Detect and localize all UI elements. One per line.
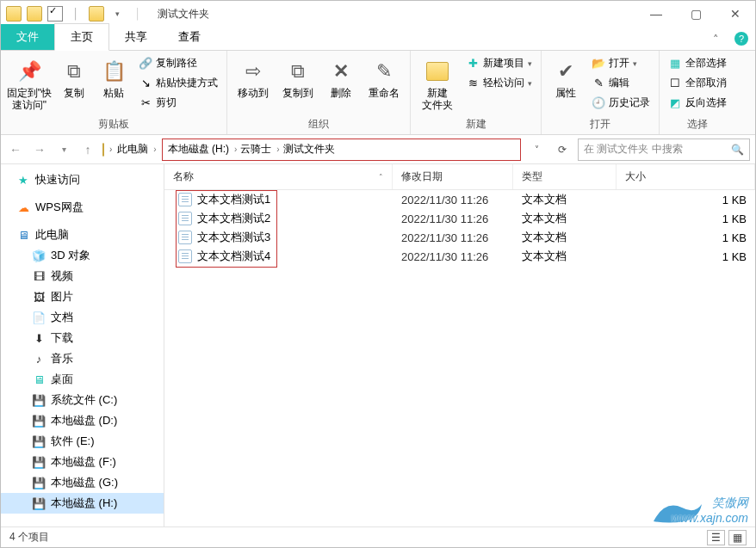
- paste-button[interactable]: 📋 粘贴: [96, 54, 132, 99]
- view-toggle[interactable]: ☰ ▦: [707, 530, 747, 545]
- select-all-button[interactable]: ▦全部选择: [665, 54, 730, 72]
- chevron-right-icon[interactable]: ›: [109, 145, 112, 154]
- nav-up-button[interactable]: ↑: [78, 140, 97, 159]
- details-view-icon[interactable]: ☰: [707, 530, 725, 545]
- address-row: ← → ▾ ↑ › 此电脑› 本地磁盘 (H:)› 云骑士› 测试文件夹 ˅ ⟳…: [1, 135, 755, 164]
- move-to-button[interactable]: ⇨ 移动到: [232, 54, 274, 99]
- help-icon[interactable]: ?: [733, 30, 750, 47]
- tab-home[interactable]: 主页: [54, 23, 109, 51]
- tab-share[interactable]: 共享: [109, 24, 163, 50]
- column-headers[interactable]: 名称˄ 修改日期 类型 大小: [164, 164, 755, 190]
- ribbon-group-select: ▦全部选择 ☐全部取消 ◩反向选择 选择: [660, 51, 735, 134]
- sidebar-item[interactable]: ⬇下载: [1, 328, 164, 348]
- copyto-icon: ⧉: [284, 58, 312, 85]
- history-icon: 🕘: [592, 96, 605, 110]
- text-file-icon: [178, 249, 192, 263]
- breadcrumb-p3[interactable]: 测试文件夹: [283, 142, 335, 157]
- file-row[interactable]: 文本文档测试22022/11/30 11:26文本文档1 KB: [164, 209, 755, 228]
- sidebar-item[interactable]: 💾软件 (E:): [1, 431, 164, 452]
- minimize-button[interactable]: —: [636, 1, 676, 27]
- nav-back-button[interactable]: ←: [6, 140, 25, 159]
- invert-selection-button[interactable]: ◩反向选择: [665, 94, 730, 112]
- sidebar-item[interactable]: ♪音乐: [1, 348, 164, 369]
- address-dropdown[interactable]: ˅: [526, 139, 547, 160]
- folder-icon: [6, 6, 22, 22]
- qat-checkbox[interactable]: [47, 6, 63, 22]
- sidebar-item[interactable]: 🖥桌面: [1, 369, 164, 390]
- sidebar-this-pc[interactable]: 🖥此电脑: [1, 225, 164, 245]
- breadcrumb-p1[interactable]: 本地磁盘 (H:)›: [168, 142, 238, 157]
- new-item-button[interactable]: ✚新建项目▾: [462, 54, 536, 72]
- close-button[interactable]: ✕: [716, 1, 755, 27]
- rename-button[interactable]: ✎ 重命名: [363, 54, 405, 99]
- select-none-button[interactable]: ☐全部取消: [665, 74, 730, 92]
- tiles-view-icon[interactable]: ▦: [728, 530, 747, 545]
- pin-quickaccess-button[interactable]: 📌 固定到"快 速访问": [6, 54, 53, 111]
- history-button[interactable]: 🕘历史记录: [588, 94, 654, 112]
- drive-icon: 💾: [32, 476, 46, 490]
- drive-icon: 🎞: [32, 269, 46, 283]
- search-icon: 🔍: [731, 144, 744, 156]
- sidebar-item[interactable]: 💾本地磁盘 (F:): [1, 452, 164, 472]
- status-text: 4 个项目: [9, 530, 49, 545]
- copy-button[interactable]: ⧉ 复制: [56, 54, 92, 99]
- qat-folder-icon: [89, 6, 104, 22]
- maximize-button[interactable]: ▢: [676, 1, 716, 27]
- drive-icon: 🧊: [32, 249, 46, 262]
- breadcrumb-p2[interactable]: 云骑士›: [240, 142, 279, 157]
- easy-access-button[interactable]: ≋轻松访问▾: [462, 74, 536, 92]
- sidebar-item[interactable]: 💾系统文件 (C:): [1, 390, 164, 410]
- nav-pane[interactable]: ★快速访问 ☁WPS网盘 🖥此电脑 🧊3D 对象🎞视频🖼图片📄文档⬇下载♪音乐🖥…: [1, 164, 164, 526]
- file-row[interactable]: 文本文档测试12022/11/30 11:26文本文档1 KB: [164, 190, 755, 209]
- sidebar-quick-access[interactable]: ★快速访问: [1, 169, 164, 190]
- copy-to-button[interactable]: ⧉ 复制到: [277, 54, 319, 99]
- file-row[interactable]: 文本文档测试42022/11/30 11:26文本文档1 KB: [164, 247, 755, 266]
- select-none-icon: ☐: [668, 77, 682, 90]
- search-box[interactable]: 在 测试文件夹 中搜索 🔍: [578, 139, 750, 161]
- col-date[interactable]: 修改日期: [393, 164, 513, 189]
- sidebar-item[interactable]: 📄文档: [1, 307, 164, 328]
- cut-button[interactable]: ✂剪切: [135, 94, 221, 112]
- open-button[interactable]: 📂打开▾: [588, 54, 654, 72]
- breadcrumb-root[interactable]: 此电脑›: [117, 142, 156, 157]
- move-icon: ⇨: [239, 58, 267, 85]
- refresh-button[interactable]: ⟳: [552, 139, 573, 160]
- sidebar-item[interactable]: 💾本地磁盘 (H:): [1, 493, 164, 514]
- col-name[interactable]: 名称˄: [164, 164, 393, 189]
- qat-new-folder-icon[interactable]: [27, 6, 42, 22]
- ribbon-group-open: ✔ 属性 📂打开▾ ✎编辑 🕘历史记录 打开: [542, 51, 660, 134]
- rename-icon: ✎: [370, 58, 398, 85]
- tab-view[interactable]: 查看: [163, 24, 216, 50]
- easy-access-icon: ≋: [466, 77, 480, 90]
- address-bar[interactable]: 本地磁盘 (H:)› 云骑士› 测试文件夹: [162, 139, 521, 161]
- file-row[interactable]: 文本文档测试32022/11/30 11:26文本文档1 KB: [164, 228, 755, 247]
- edit-button[interactable]: ✎编辑: [588, 74, 654, 92]
- col-size[interactable]: 大小: [617, 164, 755, 189]
- tab-file[interactable]: 文件: [1, 24, 54, 50]
- qat-dropdown-icon[interactable]: ▾: [109, 6, 125, 22]
- star-icon: ★: [16, 173, 30, 187]
- sidebar-item[interactable]: 💾本地磁盘 (G:): [1, 472, 164, 493]
- col-type[interactable]: 类型: [513, 164, 617, 189]
- nav-recent-dropdown[interactable]: ▾: [54, 140, 73, 159]
- group-label-select: 选择: [660, 115, 735, 134]
- qat-divider: │: [130, 6, 146, 22]
- addressbar-folder-icon: [102, 144, 104, 156]
- explorer-window: │ ▾ │ 测试文件夹 — ▢ ✕ 文件 主页 共享 查看 ˄ ? 📌 固定到: [0, 0, 756, 548]
- sidebar-item[interactable]: 🖼图片: [1, 286, 164, 307]
- paste-shortcut-button[interactable]: ↘粘贴快捷方式: [135, 74, 221, 92]
- new-folder-button[interactable]: 新建 文件夹: [416, 54, 459, 111]
- ribbon-collapse-icon[interactable]: ˄: [707, 30, 724, 47]
- path-icon: 🔗: [139, 57, 152, 71]
- ribbon: 📌 固定到"快 速访问" ⧉ 复制 📋 粘贴 🔗复制路径 ↘粘贴快捷方式 ✂剪切: [1, 51, 755, 135]
- file-list-pane: 名称˄ 修改日期 类型 大小 文本文档测试12022/11/30 11:26文本…: [164, 164, 755, 526]
- copy-path-button[interactable]: 🔗复制路径: [135, 54, 221, 72]
- sidebar-item[interactable]: 🧊3D 对象: [1, 245, 164, 266]
- ribbon-group-clipboard: 📌 固定到"快 速访问" ⧉ 复制 📋 粘贴 🔗复制路径 ↘粘贴快捷方式 ✂剪切: [1, 51, 227, 134]
- sidebar-item[interactable]: 💾本地磁盘 (D:): [1, 410, 164, 431]
- properties-button[interactable]: ✔ 属性: [547, 54, 585, 99]
- nav-forward-button[interactable]: →: [30, 140, 49, 159]
- sidebar-item[interactable]: 🎞视频: [1, 266, 164, 286]
- sidebar-wps[interactable]: ☁WPS网盘: [1, 197, 164, 218]
- delete-button[interactable]: ✕ 删除: [322, 54, 360, 99]
